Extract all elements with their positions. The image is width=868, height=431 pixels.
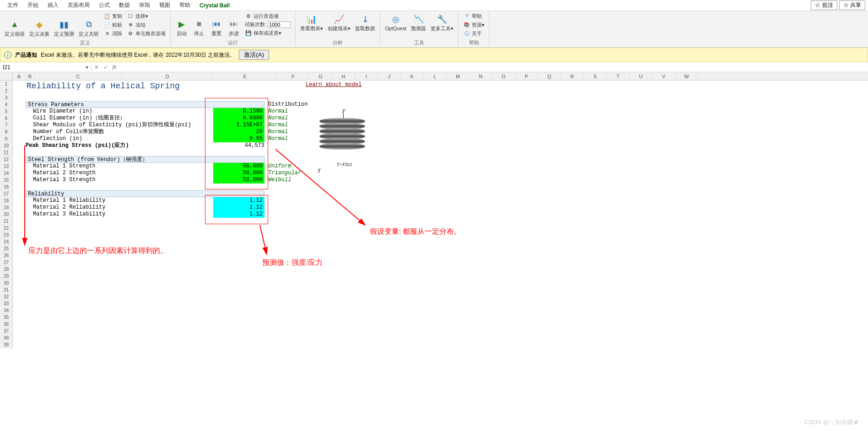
rowhdr-19[interactable]: 19 (0, 204, 13, 211)
predictor-button[interactable]: 📉预测器 (409, 12, 428, 32)
create-report-button[interactable]: 📈创建报表▾ (326, 12, 352, 32)
activate-button[interactable]: 激活(A) (239, 50, 269, 60)
val-mat1r[interactable]: 1.12 (213, 197, 264, 204)
trials-input[interactable] (268, 22, 291, 28)
val-mat2s[interactable]: 50,000 (213, 170, 264, 177)
rowhdr-10[interactable]: 10 (0, 142, 13, 149)
colhdr-C[interactable]: C (35, 72, 122, 80)
colhdr-A[interactable]: A (13, 72, 26, 80)
save-restore-button[interactable]: 💾保存或还原▾ (243, 29, 292, 37)
copy-button[interactable]: 📋复制 (102, 12, 124, 20)
menu-layout[interactable]: 页面布局 (63, 0, 94, 10)
val-mat1s[interactable]: 50,000 (213, 163, 264, 170)
stop-button[interactable]: ■停止 (191, 12, 207, 37)
colhdr-K[interactable]: K (401, 72, 424, 80)
menu-crystalball[interactable]: Crystal Ball (195, 1, 234, 10)
menu-insert[interactable]: 插入 (43, 0, 63, 10)
paste-button[interactable]: 📄粘贴 (102, 21, 124, 29)
comments-button[interactable]: ☆ 批注 (811, 0, 837, 10)
menu-home[interactable]: 开始 (23, 0, 43, 10)
rowhdr-25[interactable]: 25 (0, 245, 13, 252)
rowhdr-12[interactable]: 12 (0, 156, 13, 163)
rowhdr-26[interactable]: 26 (0, 252, 13, 259)
colhdr-G[interactable]: G (309, 72, 332, 80)
more-tools-button[interactable]: 🔧更多工具▾ (429, 12, 455, 32)
rowhdr-20[interactable]: 20 (0, 211, 13, 218)
rowhdr-16[interactable]: 16 (0, 183, 13, 190)
rowhdr-39[interactable]: 39 (0, 341, 13, 348)
rowhdr-21[interactable]: 21 (0, 218, 13, 225)
rowhdr-2[interactable]: 2 (0, 87, 13, 94)
val-defl[interactable]: 0.95 (213, 135, 264, 142)
rowhdr-18[interactable]: 18 (0, 197, 13, 204)
define-decision-button[interactable]: ◆定义决策 (27, 12, 51, 38)
step-button[interactable]: ⏭步进 (226, 12, 242, 37)
rowhdr-24[interactable]: 24 (0, 238, 13, 245)
select-button[interactable]: ☐选择▾ (125, 12, 167, 20)
fx-icon[interactable]: fx (113, 64, 117, 70)
accept-icon[interactable]: ✓ (103, 64, 108, 70)
colhdr-W[interactable]: W (675, 72, 698, 80)
cell-prefs-button[interactable]: ⚙单元格首选项 (125, 29, 167, 38)
rowhdr-7[interactable]: 7 (0, 122, 13, 129)
colhdr-V[interactable]: V (652, 72, 675, 80)
colhdr-I[interactable]: I (355, 72, 378, 80)
rowhdr-33[interactable]: 33 (0, 300, 13, 307)
resources-button[interactable]: 📚资源▾ (461, 21, 486, 29)
colhdr-N[interactable]: N (469, 72, 492, 80)
run-prefs-button[interactable]: ⚙运行首选项 (243, 12, 292, 20)
reset-button[interactable]: ⏮重置 (208, 12, 225, 37)
optquest-button[interactable]: ◎OptQuest (383, 12, 408, 32)
clear-button[interactable]: ✕清除 (102, 29, 124, 38)
rowhdr-13[interactable]: 13 (0, 163, 13, 170)
val-mat3r[interactable]: 1.12 (213, 211, 264, 218)
freeze-button[interactable]: ❄冻结 (125, 21, 167, 29)
rowhdr-23[interactable]: 23 (0, 232, 13, 238)
val-peak[interactable]: 44,573 (213, 142, 264, 149)
rowhdr-30[interactable]: 30 (0, 280, 13, 286)
colhdr-Q[interactable]: Q (538, 72, 561, 80)
rowhdr-17[interactable]: 17 (0, 190, 13, 197)
colhdr-B[interactable]: B (26, 72, 35, 80)
rowhdr-32[interactable]: 32 (0, 293, 13, 300)
colhdr-M[interactable]: M (447, 72, 469, 80)
val-mat3s[interactable]: 50,000 (213, 177, 264, 183)
rowhdr-27[interactable]: 27 (0, 259, 13, 266)
rowhdr-6[interactable]: 6 (0, 115, 13, 122)
share-button[interactable]: ☆ 共享 (839, 0, 865, 10)
define-correlation-button[interactable]: ⧉定义关联 (77, 12, 101, 38)
define-forecast-button[interactable]: ▮▮定义预测 (52, 12, 76, 38)
rowhdr-5[interactable]: 5 (0, 108, 13, 115)
val-coil[interactable]: 0.8000 (213, 115, 264, 122)
colhdr-D[interactable]: D (122, 72, 213, 80)
rowhdr-9[interactable]: 9 (0, 135, 13, 142)
name-box[interactable]: I21▾ (0, 64, 92, 70)
rowhdr-15[interactable]: 15 (0, 177, 13, 183)
val-shear[interactable]: 1.15E+07 (213, 122, 264, 129)
val-mat2r[interactable]: 1.12 (213, 204, 264, 211)
rowhdr-11[interactable]: 11 (0, 149, 13, 156)
rowhdr-29[interactable]: 29 (0, 273, 13, 280)
help-button[interactable]: ?帮助 (461, 12, 486, 20)
cancel-icon[interactable]: ✕ (94, 64, 99, 70)
menu-review[interactable]: 审阅 (135, 0, 155, 10)
rowhdr-31[interactable]: 31 (0, 286, 13, 293)
rowhdr-8[interactable]: 8 (0, 129, 13, 135)
learn-about-model-link[interactable]: Learn about model (306, 81, 361, 88)
rowhdr-38[interactable]: 38 (0, 334, 13, 341)
colhdr-L[interactable]: L (424, 72, 447, 80)
rowhdr-22[interactable]: 22 (0, 225, 13, 232)
colhdr-E[interactable]: E (213, 72, 277, 80)
rowhdr-34[interactable]: 34 (0, 307, 13, 314)
colhdr-S[interactable]: S (584, 72, 607, 80)
rowhdr-37[interactable]: 37 (0, 328, 13, 334)
menu-file[interactable]: 文件 (3, 0, 23, 10)
colhdr-J[interactable]: J (378, 72, 401, 80)
rowhdr-36[interactable]: 36 (0, 321, 13, 328)
colhdr-T[interactable]: T (607, 72, 630, 80)
rowhdr-35[interactable]: 35 (0, 314, 13, 321)
menu-view[interactable]: 视图 (155, 0, 175, 10)
select-all-corner[interactable] (0, 72, 13, 80)
rowhdr-14[interactable]: 14 (0, 170, 13, 177)
val-coils[interactable]: 20 (213, 129, 264, 135)
